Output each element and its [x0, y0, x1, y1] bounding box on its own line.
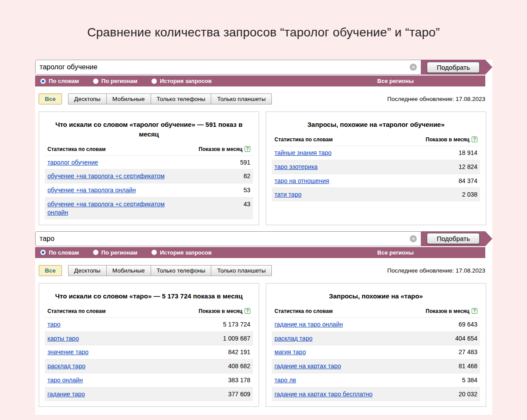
clear-icon[interactable]: ✕ [410, 64, 417, 71]
phrase-link[interactable]: таролог обучение [47, 158, 98, 167]
nav-option[interactable]: По словам [40, 249, 79, 256]
phrase-link[interactable]: расклад таро [47, 362, 85, 370]
filter-tab[interactable]: Десктопы [68, 93, 107, 104]
phrase-link[interactable]: гадание на картах таро бесплатно [274, 390, 372, 398]
wordstat-block-2: ✕ Подобрать По словамПо регионамИстория … [35, 231, 492, 409]
column-count-label: Показов в месяц [426, 136, 469, 143]
radio-icon[interactable] [40, 250, 46, 255]
phrase-link[interactable]: магия таро [274, 348, 306, 356]
filter-tab[interactable]: Все [39, 265, 62, 276]
panels-row: Что искали со словом «таролог обучение» … [39, 111, 486, 225]
filter-tab[interactable]: Только планшеты [211, 93, 272, 104]
table-row: карты таро1 009 687 [45, 331, 253, 345]
results-area: ВсеДесктопыМобильныеТолько телефоныТольк… [35, 258, 492, 409]
count-value: 43 [240, 200, 250, 208]
phrase-link[interactable]: обучение +на таролога +с сертификатом он… [47, 200, 185, 217]
table-row: таролог обучение591 [45, 155, 253, 169]
phrase-link[interactable]: расклад таро [274, 334, 312, 343]
submit-button[interactable]: Подобрать [427, 62, 480, 73]
search-field: ✕ [35, 231, 421, 246]
panel-title: Что искали со словом «таролог обучение» … [51, 120, 247, 139]
nav-option[interactable]: История запросов [152, 78, 212, 84]
search-field: ✕ [35, 60, 421, 75]
count-value: 1 009 687 [220, 334, 250, 343]
region-selector[interactable]: Все регионы [377, 249, 414, 256]
table-row: обучение +на таролога онлайн53 [45, 183, 253, 197]
filter-tab[interactable]: Все [39, 93, 62, 104]
mode-options: По словамПо регионамИстория запросов [40, 249, 226, 256]
count-value: 12 824 [455, 163, 477, 171]
table-row: магия таро27 483 [272, 345, 480, 359]
table-row: гадание на картах таро81 468 [272, 359, 480, 373]
panel-title: Что искали со словом «таро» — 5 173 724 … [51, 291, 247, 301]
filter-tab[interactable]: Мобильные [106, 93, 151, 104]
wordstat-card: ✕ Подобрать По словамПо регионамИстория … [35, 60, 492, 415]
phrase-link[interactable]: таро лв [274, 376, 296, 384]
radio-icon[interactable] [40, 79, 46, 84]
phrase-link[interactable]: гадание на картах таро [274, 362, 341, 370]
phrase-link[interactable]: карты таро [47, 334, 79, 343]
filter-tab[interactable]: Десктопы [68, 265, 107, 276]
table-row: обучение +на таролога +с сертификатом он… [45, 197, 253, 219]
filter-tab[interactable]: Только телефоны [151, 93, 212, 104]
filter-tab[interactable]: Мобильные [106, 265, 151, 276]
phrase-link[interactable]: обучение +на таролога +с сертификатом [47, 172, 165, 180]
help-icon[interactable]: ? [245, 146, 250, 152]
search-input[interactable] [40, 63, 410, 71]
mode-options: По словамПо регионамИстория запросов [40, 78, 226, 84]
last-updated: Последнее обновление: 17.08.2023 [387, 96, 485, 102]
nav-option[interactable]: По словам [40, 78, 79, 84]
radio-icon[interactable] [93, 79, 98, 84]
submit-button[interactable]: Подобрать [427, 233, 480, 244]
phrase-link[interactable]: значение таро [47, 348, 89, 356]
region-selector[interactable]: Все регионы [377, 78, 414, 84]
phrase-link[interactable]: таро [47, 320, 61, 329]
filter-tab[interactable]: Только планшеты [211, 265, 272, 276]
column-phrase: Статистика по словам [47, 146, 106, 152]
page-title: Сравнение количества запросов “таролог о… [0, 0, 527, 39]
table-header: Статистика по словам Показов в месяц ? [272, 306, 480, 317]
column-count: Показов в месяц ? [199, 146, 250, 152]
help-icon[interactable]: ? [472, 136, 477, 142]
column-phrase: Статистика по словам [274, 308, 333, 314]
phrase-link[interactable]: таро на отношения [274, 177, 329, 185]
phrase-link[interactable]: тайные знания таро [274, 149, 332, 157]
arrow-shape-icon [485, 60, 492, 75]
panel-similar: Запросы, похожие на «таро» Статистика по… [266, 283, 486, 407]
nav-option[interactable]: По регионам [93, 78, 137, 84]
count-value: 84 374 [455, 177, 477, 185]
phrase-link[interactable]: таро онлайн [47, 376, 83, 384]
nav-option[interactable]: По регионам [93, 249, 137, 256]
table-row: таро онлайн383 178 [45, 373, 253, 387]
count-value: 842 191 [224, 348, 250, 356]
radio-icon[interactable] [152, 250, 157, 255]
phrase-link[interactable]: обучение +на таролога онлайн [47, 186, 136, 194]
phrase-link[interactable]: таро эзотерика [274, 163, 318, 171]
radio-icon[interactable] [152, 79, 157, 84]
phrase-link[interactable]: гадание таро [47, 390, 85, 398]
count-value: 81 468 [455, 362, 477, 370]
results-table: таро5 173 724карты таро1 009 687значение… [45, 317, 253, 401]
nav-option-label: История запросов [160, 249, 212, 256]
table-header: Статистика по словам Показов в месяц ? [45, 144, 253, 155]
help-icon[interactable]: ? [472, 308, 477, 314]
table-header: Статистика по словам Показов в месяц ? [45, 306, 253, 317]
results-area: ВсеДесктопыМобильныеТолько телефоныТольк… [35, 86, 492, 228]
table-row: таро эзотерика12 824 [272, 160, 480, 174]
phrase-link[interactable]: гадание на таро онлайн [274, 320, 343, 329]
nav-option-label: История запросов [160, 78, 212, 84]
column-count-label: Показов в месяц [199, 308, 242, 314]
results-table: тайные знания таро18 914таро эзотерика12… [272, 146, 480, 202]
phrase-link[interactable]: тати таро [274, 190, 301, 199]
results-table: гадание на таро онлайн69 643расклад таро… [272, 317, 480, 401]
last-updated: Последнее обновление: 17.08.2023 [387, 267, 485, 274]
table-row: гадание на картах таро бесплатно20 032 [272, 387, 480, 401]
help-icon[interactable]: ? [245, 308, 250, 314]
panel-similar: Запросы, похожие на «таролог обучение» С… [266, 111, 486, 225]
search-input[interactable] [40, 235, 410, 243]
clear-icon[interactable]: ✕ [410, 235, 417, 242]
count-value: 5 173 724 [220, 320, 250, 329]
filter-tab[interactable]: Только телефоны [151, 265, 212, 276]
nav-option[interactable]: История запросов [152, 249, 212, 256]
radio-icon[interactable] [93, 250, 98, 255]
